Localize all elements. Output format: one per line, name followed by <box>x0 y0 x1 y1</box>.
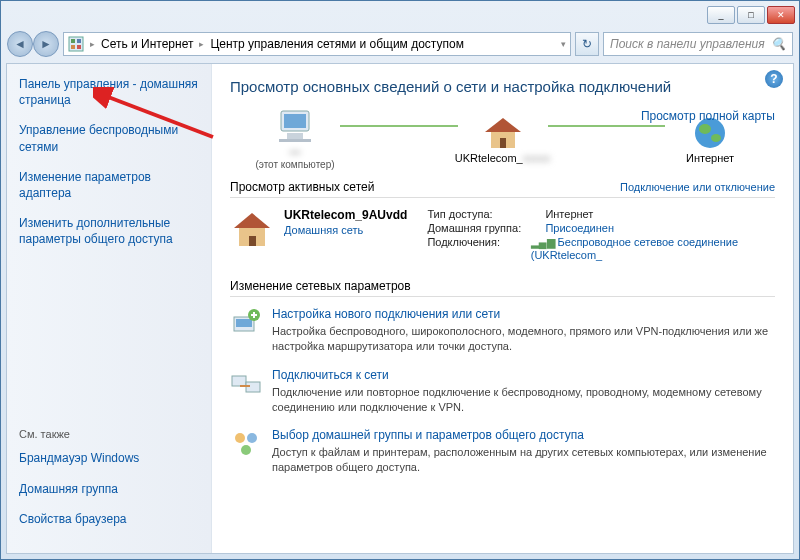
window: _ □ ✕ ◄ ► ▸ Сеть и Интернет ▸ Центр упра… <box>0 0 800 560</box>
active-network: UKRtelecom_9AUvdd Домашняя сеть <box>230 208 407 263</box>
svg-point-25 <box>241 445 251 455</box>
homegroup-icon <box>230 428 262 460</box>
node-this-pc[interactable]: — (этот компьютер) <box>230 109 360 170</box>
section-title: Просмотр активных сетей <box>230 180 374 194</box>
crumb-sharing-center[interactable]: Центр управления сетями и общим доступом <box>210 37 464 51</box>
svg-marker-9 <box>485 118 521 132</box>
sidebar-item-wireless[interactable]: Управление беспроводными сетями <box>19 122 199 154</box>
svg-point-13 <box>699 124 711 134</box>
node-router[interactable]: UKRtelecom_xxxxx <box>438 116 568 164</box>
forward-button[interactable]: ► <box>33 31 59 57</box>
kv-homegroup-value[interactable]: Присоединен <box>545 222 614 234</box>
search-placeholder: Поиск в панели управления <box>610 37 765 51</box>
svg-rect-3 <box>71 45 75 49</box>
nav-buttons: ◄ ► <box>7 31 59 57</box>
address-bar: ◄ ► ▸ Сеть и Интернет ▸ Центр управления… <box>7 29 793 59</box>
sidebar-item-firewall[interactable]: Брандмауэр Windows <box>19 450 199 466</box>
task-homegroup: Выбор домашней группы и параметров общег… <box>230 428 775 475</box>
svg-rect-1 <box>71 39 75 43</box>
svg-marker-15 <box>234 213 270 228</box>
network-details: Тип доступа:Интернет Домашняя группа:При… <box>427 208 775 263</box>
content: Панель управления - домашняя страница Уп… <box>6 63 794 554</box>
svg-point-23 <box>235 433 245 443</box>
network-map: Просмотр полной карты — (этот компьютер)… <box>230 109 775 170</box>
chevron-right-icon: ▸ <box>90 39 95 49</box>
computer-icon <box>275 109 315 143</box>
task-desc: Настройка беспроводного, широкополосного… <box>272 324 775 354</box>
section-title: Изменение сетевых параметров <box>230 279 411 293</box>
search-input[interactable]: Поиск в панели управления 🔍 <box>603 32 793 56</box>
sidebar-item-home[interactable]: Панель управления - домашняя страница <box>19 76 199 108</box>
sidebar-item-sharing[interactable]: Изменить дополнительные параметры общего… <box>19 215 199 247</box>
svg-rect-2 <box>77 39 81 43</box>
svg-rect-4 <box>77 45 81 49</box>
svg-point-24 <box>247 433 257 443</box>
kv-connection-value[interactable]: ▂▄▆ Беспроводное сетевое соединение (UKR… <box>531 236 775 261</box>
section-active-networks: Просмотр активных сетей Подключение или … <box>230 180 775 198</box>
sidebar-item-homegroup[interactable]: Домашняя группа <box>19 481 199 497</box>
house-icon <box>230 208 274 252</box>
refresh-button[interactable]: ↻ <box>575 32 599 56</box>
sidebar-item-adapter[interactable]: Изменение параметров адаптера <box>19 169 199 201</box>
sidebar: Панель управления - домашняя страница Уп… <box>7 64 212 553</box>
svg-rect-19 <box>236 319 252 327</box>
search-icon: 🔍 <box>771 37 786 51</box>
svg-rect-21 <box>232 376 246 386</box>
main-pane: ? Просмотр основных сведений о сети и на… <box>212 64 793 553</box>
titlebar: _ □ ✕ <box>1 1 799 29</box>
svg-rect-8 <box>279 139 311 142</box>
connect-icon <box>230 368 262 400</box>
kv-access-key: Тип доступа: <box>427 208 537 220</box>
control-panel-icon <box>68 36 84 52</box>
minimize-button[interactable]: _ <box>707 6 735 24</box>
task-connect: Подключиться к сетиПодключение или повто… <box>230 368 775 415</box>
task-title[interactable]: Подключиться к сети <box>272 368 775 382</box>
task-title[interactable]: Настройка нового подключения или сети <box>272 307 775 321</box>
network-type-link[interactable]: Домашняя сеть <box>284 224 407 236</box>
task-desc: Доступ к файлам и принтерам, расположенн… <box>272 445 775 475</box>
node-internet-label: Интернет <box>686 152 734 164</box>
chevron-right-icon: ▸ <box>199 39 204 49</box>
kv-access-value: Интернет <box>545 208 593 220</box>
task-title[interactable]: Выбор домашней группы и параметров общег… <box>272 428 775 442</box>
connect-disconnect-link[interactable]: Подключение или отключение <box>620 181 775 193</box>
svg-rect-17 <box>249 236 256 246</box>
svg-point-14 <box>711 134 721 142</box>
full-map-link[interactable]: Просмотр полной карты <box>641 109 775 123</box>
section-change-settings: Изменение сетевых параметров <box>230 279 775 297</box>
breadcrumb[interactable]: ▸ Сеть и Интернет ▸ Центр управления сет… <box>63 32 571 56</box>
kv-homegroup-key: Домашняя группа: <box>427 222 537 234</box>
network-name: UKRtelecom_9AUvdd <box>284 208 407 222</box>
new-connection-icon <box>230 307 262 339</box>
task-desc: Подключение или повторное подключение к … <box>272 385 775 415</box>
page-title: Просмотр основных сведений о сети и наст… <box>230 78 775 95</box>
svg-rect-7 <box>287 133 303 139</box>
svg-rect-6 <box>284 114 306 128</box>
svg-rect-11 <box>500 138 506 148</box>
task-new-connection: Настройка нового подключения или сетиНас… <box>230 307 775 354</box>
maximize-button[interactable]: □ <box>737 6 765 24</box>
kv-connection-key: Подключения: <box>427 236 522 261</box>
house-icon <box>483 116 523 150</box>
node-pc-sublabel: (этот компьютер) <box>255 159 334 170</box>
signal-icon: ▂▄▆ <box>531 236 555 248</box>
close-button[interactable]: ✕ <box>767 6 795 24</box>
help-icon[interactable]: ? <box>765 70 783 88</box>
see-also-label: См. также <box>19 428 199 440</box>
node-router-name: UKRtelecom_xxxxx <box>455 152 550 164</box>
crumb-network[interactable]: Сеть и Интернет <box>101 37 193 51</box>
dropdown-icon[interactable]: ▾ <box>561 39 566 49</box>
back-button[interactable]: ◄ <box>7 31 33 57</box>
sidebar-item-browser[interactable]: Свойства браузера <box>19 511 199 527</box>
node-pc-name: — <box>290 145 301 157</box>
